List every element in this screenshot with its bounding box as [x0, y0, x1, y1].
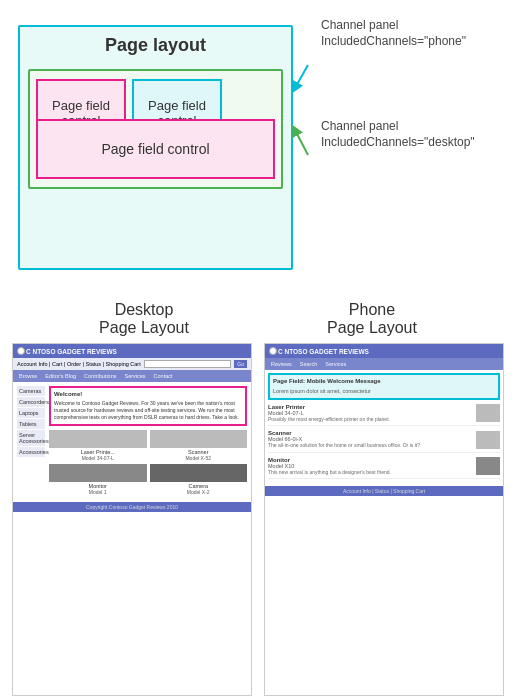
nav-services[interactable]: Services [121, 372, 148, 380]
phone-product-scanner-text: Scanner Model 66-0i-X The all-in-one sol… [268, 430, 473, 449]
phone-content: Page Field: Mobile Welcome Message Lorem… [265, 370, 503, 486]
svg-line-3 [295, 130, 308, 155]
mobile-field-label: Page Field: Mobile Welcome Message [273, 378, 495, 386]
desktop-preview: C NTOSO GADGET REVIEWS Account Info | Ca… [12, 343, 252, 696]
svg-line-2 [295, 65, 308, 88]
page-layout-label: Page layout [105, 35, 206, 56]
phone-footer: Account Info | Status | Shopping Cart [265, 486, 503, 496]
desktop-search-bar: Account Info | Cart | Order | Status | S… [13, 358, 251, 370]
mobile-highlight-field: Page Field: Mobile Welcome Message Lorem… [268, 373, 500, 400]
bottom-section: Desktop Page Layout Phone Page Layout C … [0, 291, 516, 696]
sidebar-cameras[interactable]: Cameras [17, 386, 45, 396]
annotation-desktop: Channel panelIncludedChannels="desktop" [321, 119, 506, 150]
phone-product-monitor: Monitor Model X10 This new arrival is an… [268, 457, 500, 480]
desktop-products-row1: Laser Printe... Model 34-07-L Scanner Mo… [49, 430, 247, 461]
nav-editors-blog[interactable]: Editor's Blog [42, 372, 79, 380]
product-camera: Camera Model X-2 [150, 464, 248, 495]
desktop-footer: Copyright Contoso Gadget Reviews 2010 [13, 502, 251, 512]
desktop-welcome-title: Welcome! [54, 391, 242, 399]
product-scanner: Scanner Model X-52 [150, 430, 248, 461]
product-img-laser [49, 430, 147, 448]
desktop-search-button[interactable]: Go [234, 360, 247, 368]
desktop-products-row2: Monitor Model 1 Camera Model X-2 [49, 464, 247, 495]
phone-preview-header: C NTOSO GADGET REVIEWS [265, 344, 503, 358]
desktop-search-input[interactable] [144, 360, 232, 368]
annotation-desktop-text: Channel panelIncludedChannels="desktop" [321, 119, 506, 150]
phone-nav: Reviews Search Services [265, 358, 503, 370]
desktop-preview-header: C NTOSO GADGET REVIEWS [13, 344, 251, 358]
logo-circle [17, 347, 25, 355]
phone-product-scanner: Scanner Model 66-0i-X The all-in-one sol… [268, 430, 500, 453]
phone-nav-reviews[interactable]: Reviews [268, 360, 295, 368]
phone-product-laser-text: Laser Printer Model 34-07-L Possibly the… [268, 404, 473, 423]
phone-preview: C NTOSO GADGET REVIEWS Reviews Search Se… [264, 343, 504, 696]
desktop-sidebar: Cameras Camcorders Laptops Tablets Serve… [17, 386, 45, 498]
desktop-content: Cameras Camcorders Laptops Tablets Serve… [13, 382, 251, 502]
product-img-camera [150, 464, 248, 482]
phone-product-scanner-img [476, 431, 500, 449]
annotations: Channel panelIncludedChannels="phone" Ch… [321, 18, 506, 160]
sidebar-server[interactable]: Server Accessories [17, 430, 45, 446]
desktop-welcome-text: Welcome to Contoso Gadget Reviews. For 3… [54, 400, 242, 421]
nav-browse[interactable]: Browse [16, 372, 40, 380]
phone-nav-services[interactable]: Services [322, 360, 349, 368]
outer-channel-panel: Page layout Page field control Page fiel… [18, 25, 293, 270]
desktop-layout-label: Desktop Page Layout [99, 301, 189, 337]
nav-contributions[interactable]: Contributions [81, 372, 119, 380]
annotation-phone: Channel panelIncludedChannels="phone" [321, 18, 506, 49]
sidebar-tablets[interactable]: Tablets [17, 419, 45, 429]
phone-logo-circle [269, 347, 277, 355]
sidebar-camcorders[interactable]: Camcorders [17, 397, 45, 407]
phone-nav-search[interactable]: Search [297, 360, 320, 368]
desktop-main: Welcome! Welcome to Contoso Gadget Revie… [49, 386, 247, 498]
product-img-scanner [150, 430, 248, 448]
phone-product-laser-img [476, 404, 500, 422]
phone-product-monitor-text: Monitor Model X10 This new arrival is an… [268, 457, 473, 476]
bottom-previews: C NTOSO GADGET REVIEWS Account Info | Ca… [0, 343, 516, 696]
mobile-field-desc: Lorem ipsum dolor sit amet, consectetur [273, 388, 495, 395]
pfc-bottom: Page field control [36, 119, 275, 179]
desktop-welcome-box: Welcome! Welcome to Contoso Gadget Revie… [49, 386, 247, 426]
product-img-monitor [49, 464, 147, 482]
diagram-section: Page layout Page field control Page fiel… [0, 0, 516, 290]
phone-product-monitor-img [476, 457, 500, 475]
annotation-phone-text: Channel panelIncludedChannels="phone" [321, 18, 506, 49]
desktop-nav: Browse Editor's Blog Contributions Servi… [13, 370, 251, 382]
inner-channel-panel: Page field control Page field control Pa… [28, 69, 283, 189]
phone-logo: C NTOSO GADGET REVIEWS [269, 347, 369, 355]
nav-contact[interactable]: Contact [151, 372, 176, 380]
sidebar-laptops[interactable]: Laptops [17, 408, 45, 418]
sidebar-accessories[interactable]: Accessories [17, 447, 45, 457]
phone-layout-label: Phone Page Layout [327, 301, 417, 337]
product-monitor: Monitor Model 1 [49, 464, 147, 495]
product-laser-printer: Laser Printe... Model 34-07-L [49, 430, 147, 461]
bottom-labels: Desktop Page Layout Phone Page Layout [0, 295, 516, 343]
phone-product-laser: Laser Printer Model 34-07-L Possibly the… [268, 404, 500, 427]
desktop-logo: C NTOSO GADGET REVIEWS [17, 347, 117, 355]
